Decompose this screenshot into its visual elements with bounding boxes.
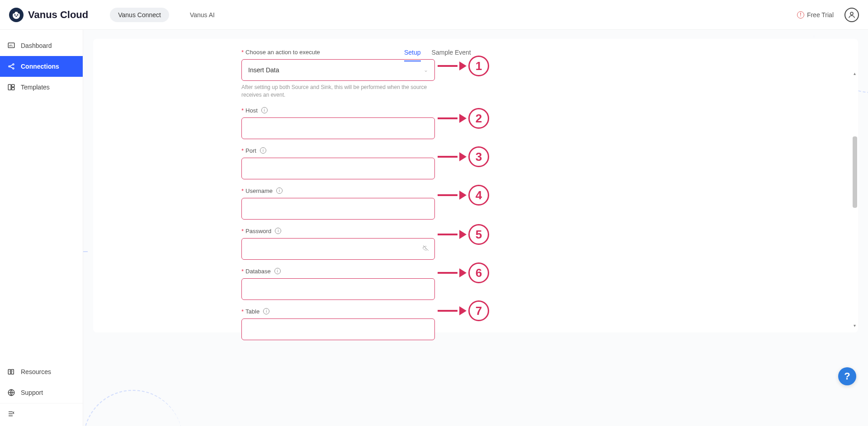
label-port: * Port i: [241, 147, 401, 154]
globe-icon: [7, 389, 15, 397]
header-right: ! Free Trial: [797, 8, 859, 22]
required-star: *: [241, 268, 244, 275]
required-star: *: [241, 228, 244, 234]
label-text: Database: [245, 268, 271, 275]
nav-tab-ai[interactable]: Vanus AI: [182, 8, 223, 22]
tab-sample-event[interactable]: Sample Event: [432, 49, 471, 61]
label-text: Host: [245, 107, 258, 114]
help-fab-button[interactable]: ?: [838, 367, 856, 385]
alert-icon: !: [797, 11, 804, 19]
label-text: Username: [245, 187, 273, 194]
tab-setup[interactable]: Setup: [404, 49, 421, 61]
select-value: Insert Data: [248, 66, 279, 74]
label-text: Port: [245, 147, 256, 154]
label-password: * Password i: [241, 228, 401, 234]
form-block: * Choose an action to execute Insert Dat…: [241, 49, 401, 340]
svg-rect-13: [12, 84, 14, 87]
svg-point-11: [13, 68, 14, 69]
field-host: * Host i: [241, 107, 401, 139]
collapse-icon: [7, 410, 15, 418]
sidebar-collapse-button[interactable]: [0, 403, 83, 426]
label-action: * Choose an action to execute: [241, 49, 401, 56]
sidebar-label: Templates: [21, 84, 50, 91]
label-database: * Database i: [241, 268, 401, 275]
svg-rect-14: [12, 88, 14, 90]
info-icon[interactable]: i: [276, 187, 283, 194]
scroll-down-icon[interactable]: ▾: [854, 323, 856, 328]
free-trial-button[interactable]: ! Free Trial: [797, 11, 834, 19]
info-icon[interactable]: i: [261, 107, 268, 113]
info-icon[interactable]: i: [260, 147, 266, 154]
svg-point-7: [850, 12, 853, 15]
top-nav: Vanus Connect Vanus AI: [110, 8, 223, 22]
sidebar-item-dashboard[interactable]: Dashboard: [0, 35, 83, 56]
brand-text: Vanus Cloud: [28, 9, 88, 21]
preview-panel: Setup Sample Event: [401, 39, 858, 332]
field-action: * Choose an action to execute Insert Dat…: [241, 49, 401, 99]
scroll-up-icon[interactable]: ▴: [854, 71, 856, 76]
sidebar-label: Dashboard: [21, 42, 52, 49]
label-username: * Username i: [241, 187, 401, 194]
svg-rect-12: [8, 84, 11, 90]
sidebar-item-connections[interactable]: Connections: [0, 56, 83, 77]
field-username: * Username i: [241, 187, 401, 220]
field-port: * Port i: [241, 147, 401, 179]
user-icon: [848, 11, 856, 19]
info-icon[interactable]: i: [263, 308, 269, 314]
sidebar-label: Support: [21, 389, 43, 396]
preview-tabs: Setup Sample Event: [404, 49, 854, 61]
label-table: * Table i: [241, 308, 401, 315]
main-area: * Choose an action to execute Insert Dat…: [83, 30, 868, 426]
sidebar-item-templates[interactable]: Templates: [0, 77, 83, 98]
field-password: * Password i: [241, 228, 401, 260]
user-avatar-button[interactable]: [844, 8, 859, 22]
svg-point-10: [13, 64, 14, 65]
connections-icon: [7, 62, 15, 70]
required-star: *: [241, 308, 244, 315]
svg-point-5: [12, 11, 15, 14]
info-icon[interactable]: i: [274, 268, 281, 274]
required-star: *: [241, 147, 244, 154]
label-text: Choose an action to execute: [245, 49, 320, 56]
free-trial-label: Free Trial: [807, 11, 834, 19]
templates-icon: [7, 83, 15, 91]
sidebar-label: Connections: [21, 63, 59, 70]
mascot-icon: [11, 9, 22, 20]
brand-block: Vanus Cloud: [9, 8, 88, 22]
sidebar-item-support[interactable]: Support: [0, 382, 83, 403]
field-table: * Table i: [241, 308, 401, 340]
required-star: *: [241, 49, 244, 56]
sidebar-label: Resources: [21, 368, 51, 375]
content-card: * Choose an action to execute Insert Dat…: [93, 39, 858, 332]
dashboard-icon: [7, 42, 15, 50]
svg-point-4: [15, 16, 17, 17]
required-star: *: [241, 107, 244, 114]
sidebar-spacer: [0, 98, 83, 361]
svg-point-2: [14, 14, 16, 15]
scroll-track[interactable]: ▴ ▾: [852, 71, 857, 328]
field-database: * Database i: [241, 268, 401, 300]
decorative-tick: [83, 251, 88, 252]
scroll-thumb[interactable]: [853, 136, 857, 208]
required-star: *: [241, 187, 244, 194]
app-shell: Dashboard Connections Templates Resource…: [0, 30, 868, 426]
sidebar: Dashboard Connections Templates Resource…: [0, 30, 83, 426]
label-host: * Host i: [241, 107, 401, 114]
logo-icon: [9, 8, 24, 22]
svg-point-3: [17, 14, 19, 15]
label-text: Table: [245, 308, 259, 315]
sidebar-item-resources[interactable]: Resources: [0, 361, 83, 382]
resources-icon: [7, 368, 15, 376]
label-text: Password: [245, 228, 271, 234]
form-column: * Choose an action to execute Insert Dat…: [93, 39, 401, 332]
svg-point-9: [9, 66, 10, 67]
decorative-curve: [83, 390, 183, 426]
svg-point-6: [18, 11, 20, 14]
info-icon[interactable]: i: [275, 228, 281, 234]
app-header: Vanus Cloud Vanus Connect Vanus AI ! Fre…: [0, 0, 868, 30]
nav-tab-connect[interactable]: Vanus Connect: [110, 8, 169, 22]
